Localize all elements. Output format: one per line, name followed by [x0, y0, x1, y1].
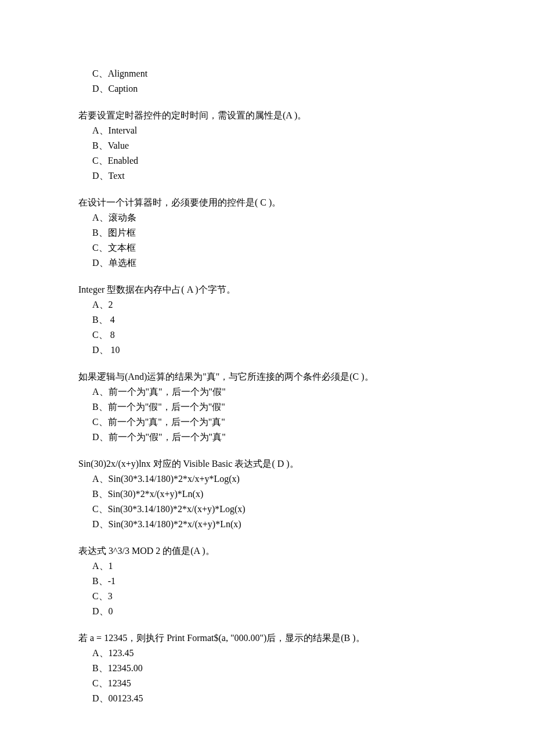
option-d: D、00123.45 — [78, 692, 456, 705]
stem-pre: 如果逻辑与(And)运算的结果为"真"，与它所连接的两个条件必须是(C — [78, 372, 359, 381]
option-a: A、Sin(30*3.14/180)*2*x/x+y*Log(x) — [78, 472, 456, 486]
option-a: A、滚动条 — [78, 211, 456, 225]
stem-pre: Sin(30)2x/(x+y)lnx 对应的 Visible Basic 表达式… — [78, 459, 284, 469]
stem-pre: 若要设置定时器控件的定时时间，需设置的属性是(A — [78, 110, 292, 120]
question-5: Sin(30)2x/(x+y)lnx 对应的 Visible Basic 表达式… — [78, 457, 456, 531]
orphan-option-d: D、Caption — [78, 82, 456, 96]
question-stem: 在设计一个计算器时，必须要使用的控件是( C )。 — [78, 196, 456, 210]
option-d: D、单选框 — [78, 256, 456, 270]
option-a: A、2 — [78, 298, 456, 312]
question-stem: 若 a = 12345，则执行 Print Format$(a, "000.00… — [78, 631, 456, 645]
stem-pre: 若 a = 12345，则执行 Print Format$(a, "000.00… — [78, 633, 365, 643]
stem-pre: 表达式 3^3/3 MOD 2 的值是(A )。 — [78, 546, 215, 556]
stem-post: )。 — [294, 110, 306, 120]
option-b: B、12345.00 — [78, 661, 456, 675]
question-6: 表达式 3^3/3 MOD 2 的值是(A )。 A、1 B、-1 C、3 D、… — [78, 544, 456, 618]
option-c: C、12345 — [78, 676, 456, 690]
question-stem: 表达式 3^3/3 MOD 2 的值是(A )。 — [78, 544, 456, 558]
option-b: B、Sin(30)*2*x/(x+y)*Ln(x) — [78, 487, 456, 501]
question-3: Integer 型数据在内存中占( A )个字节。 A、2 B、 4 C、 8 … — [78, 283, 456, 357]
option-c: C、Enabled — [78, 154, 456, 168]
option-b: B、 4 — [78, 313, 456, 327]
option-d: D、 10 — [78, 343, 456, 357]
option-d: D、前一个为"假"，后一个为"真" — [78, 430, 456, 444]
document-page: C、Alignment D、Caption 若要设置定时器控件的定时时间，需设置… — [0, 0, 534, 756]
question-stem: Sin(30)2x/(x+y)lnx 对应的 Visible Basic 表达式… — [78, 457, 456, 471]
option-a: A、Interval — [78, 124, 456, 138]
orphan-option-c: C、Alignment — [78, 67, 456, 81]
stem-post: )。 — [286, 459, 298, 469]
question-stem: 若要设置定时器控件的定时时间，需设置的属性是(A )。 — [78, 109, 456, 123]
option-c: C、文本框 — [78, 241, 456, 255]
option-d: D、0 — [78, 604, 456, 618]
question-4: 如果逻辑与(And)运算的结果为"真"，与它所连接的两个条件必须是(C )。 A… — [78, 370, 456, 444]
question-stem: 如果逻辑与(And)运算的结果为"真"，与它所连接的两个条件必须是(C )。 — [78, 370, 456, 384]
option-c: C、3 — [78, 589, 456, 603]
option-c: C、 8 — [78, 328, 456, 342]
stem-pre: 在设计一个计算器时，必须要使用的控件是( C — [78, 197, 266, 207]
option-b: B、Value — [78, 139, 456, 153]
question-1: 若要设置定时器控件的定时时间，需设置的属性是(A )。 A、Interval B… — [78, 109, 456, 183]
option-d: D、Text — [78, 169, 456, 183]
stem-post: )个字节。 — [195, 285, 235, 294]
stem-post: )。 — [361, 372, 373, 381]
stem-pre: Integer 型数据在内存中占( A — [78, 285, 193, 294]
stem-post: )。 — [269, 197, 281, 207]
option-b: B、前一个为"假"，后一个为"假" — [78, 400, 456, 414]
question-stem: Integer 型数据在内存中占( A )个字节。 — [78, 283, 456, 297]
option-b: B、-1 — [78, 574, 456, 588]
option-c: C、Sin(30*3.14/180)*2*x/(x+y)*Log(x) — [78, 502, 456, 516]
option-a: A、1 — [78, 559, 456, 573]
question-2: 在设计一个计算器时，必须要使用的控件是( C )。 A、滚动条 B、图片框 C、… — [78, 196, 456, 270]
option-a: A、前一个为"真"，后一个为"假" — [78, 385, 456, 399]
option-a: A、123.45 — [78, 646, 456, 660]
option-c: C、前一个为"真"，后一个为"真" — [78, 415, 456, 429]
option-b: B、图片框 — [78, 226, 456, 240]
option-d: D、Sin(30*3.14/180)*2*x/(x+y)*Ln(x) — [78, 517, 456, 531]
question-7: 若 a = 12345，则执行 Print Format$(a, "000.00… — [78, 631, 456, 705]
